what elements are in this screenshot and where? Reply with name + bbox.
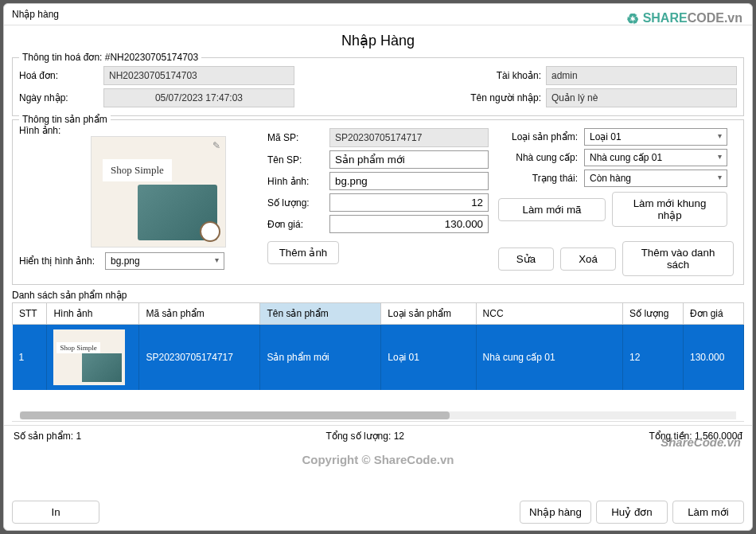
code-field: SP20230705174717 [329,128,489,147]
list-legend: Danh sách sản phẩm nhập [12,288,744,302]
delete-button[interactable]: Xoá [560,248,616,271]
window-title: Nhập hàng [12,9,59,20]
summary-qty: Tổng số lượng: 12 [326,431,404,442]
supplier-label: Nhà cung cấp: [498,152,578,163]
add-image-button[interactable]: Thêm ảnh [267,241,339,264]
cell-supplier: Nhà cung cấp 01 [476,325,622,391]
summary-count: Số sản phẩm: 1 [14,431,81,442]
pencil-icon: ✎ [212,140,220,151]
add-to-list-button[interactable]: Thêm vào danh sách [622,241,734,276]
scrollbar-horizontal[interactable] [20,411,736,419]
cell-stt: 1 [13,325,47,391]
type-select[interactable]: Loại 01 [584,128,727,146]
cup-graphic [200,221,220,242]
date-label: Ngày nhập: [19,92,99,103]
img-input[interactable] [329,172,489,190]
name-label: Tên SP: [267,154,323,166]
qty-input[interactable] [329,193,489,212]
col-img[interactable]: Hình ảnh [47,303,139,325]
user-label: Tên người nhập: [462,92,541,103]
col-qty[interactable]: Số lượng [623,303,684,325]
show-image-label: Hiển thị hình ảnh: [19,255,99,267]
col-name[interactable]: Tên sản phẩm [260,303,381,325]
name-input[interactable] [329,150,489,169]
supplier-select[interactable]: Nhà cung cấp 01 [584,149,727,166]
product-fieldset: Thông tin sản phẩm Hình ảnh: ✎ Shop Simp… [12,119,744,285]
image-label: Hình ảnh: [19,125,258,136]
cell-price: 130.000 [683,325,743,391]
col-stt[interactable]: STT [13,303,47,325]
refresh-button[interactable]: Làm mới [672,501,744,524]
account-label: Tài khoản: [462,70,541,81]
show-image-select[interactable]: bg.png [105,252,224,270]
price-input[interactable] [329,215,489,233]
col-type[interactable]: Loại sản phẩm [381,303,476,325]
cancel-order-button[interactable]: Huỷ đơn [596,501,668,524]
app-window: Nhập hàng ♻ SHARECODE.vn Nhập Hàng Thông… [3,3,753,531]
user-field: Quản lý nè [546,88,737,107]
invoice-field: NH20230705174703 [103,66,294,85]
cell-type: Loại 01 [381,325,476,391]
col-price[interactable]: Đơn giá [683,303,743,325]
col-supplier[interactable]: NCC [476,303,622,325]
scrollbar-thumb[interactable] [20,411,450,419]
page-title: Nhập Hàng [4,25,752,54]
watermark-lower: ShareCode.vn [661,435,741,449]
cell-name: Sản phẩm mới [260,325,381,391]
invoice-legend: Thông tin hoá đơn: #NH20230705174703 [19,52,201,63]
price-label: Đơn giá: [267,219,323,230]
code-label: Mã SP: [267,132,323,143]
cell-qty: 12 [623,325,684,391]
thumb-text: Shop Simple [103,159,172,181]
recycle-icon: ♻ [626,10,639,28]
import-button[interactable]: Nhập hàng [520,501,591,524]
imgfield-label: Hình ảnh: [267,176,323,187]
col-code[interactable]: Mã sản phẩm [139,303,260,325]
status-select[interactable]: Còn hàng [584,170,727,187]
edit-button[interactable]: Sửa [498,248,554,271]
summary-row: Số sản phẩm: 1 Tổng số lượng: 12 Tổng ti… [4,425,752,446]
product-thumbnail[interactable]: ✎ Shop Simple [91,136,226,248]
date-field: 05/07/2023 17:47:03 [103,88,294,107]
cell-code: SP20230705174717 [139,325,260,391]
refresh-frame-button[interactable]: Làm mới khung nhập [612,192,727,227]
qty-label: Số lượng: [267,197,323,209]
table-empty [12,390,744,422]
product-table[interactable]: STT Hình ảnh Mã sản phẩm Tên sản phẩm Lo… [12,302,744,390]
print-button[interactable]: In [12,501,99,524]
watermark-logo: ♻ SHARECODE.vn [626,10,742,28]
invoice-fieldset: Thông tin hoá đơn: #NH20230705174703 Hoá… [12,57,744,116]
cell-img: Shop Simple [47,325,139,391]
type-label: Loại sản phẩm: [498,131,578,142]
status-label: Trạng thái: [498,173,578,184]
table-row[interactable]: 1 Shop Simple SP20230705174717 Sản phẩm … [13,325,744,391]
account-field: admin [546,66,737,85]
row-thumbnail: Shop Simple [53,329,125,385]
invoice-label: Hoá đơn: [19,70,99,81]
product-legend: Thông tin sản phẩm [19,114,111,125]
footer-actions: In Nhập hàng Huỷ đơn Làm mới [12,501,744,524]
list-section: Danh sách sản phẩm nhập STT Hình ảnh Mã … [12,288,744,422]
refresh-code-button[interactable]: Làm mới mã [498,198,606,221]
footer-copyright: Copyright © ShareCode.vn [4,446,752,473]
